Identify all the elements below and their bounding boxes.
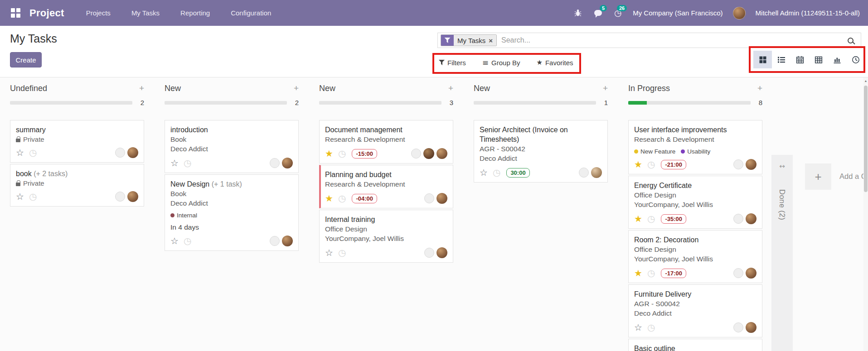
- tab-kanban-view[interactable]: [753, 51, 772, 68]
- tab-activity-view[interactable]: [846, 51, 865, 68]
- assignee-avatar[interactable]: [436, 148, 447, 159]
- collapsed-column-done[interactable]: ↔ Done (2): [771, 155, 793, 351]
- tab-calendar-view[interactable]: [790, 51, 809, 68]
- task-card[interactable]: Senior Architect (Invoice on Timesheets)…: [474, 120, 608, 183]
- priority-star-icon[interactable]: ★: [634, 160, 642, 169]
- task-card[interactable]: Internal training Office DesignYourCompa…: [319, 210, 453, 263]
- user-menu[interactable]: Mitchell Admin (11249511-15-0-all): [756, 9, 860, 17]
- priority-star-icon[interactable]: ★: [325, 194, 333, 203]
- add-column-button[interactable]: +: [805, 163, 831, 190]
- task-card[interactable]: Document management Research & Developme…: [319, 120, 453, 163]
- assignee-placeholder-circle[interactable]: [733, 268, 743, 278]
- assignee-avatar[interactable]: [127, 191, 138, 202]
- column-quick-add-icon[interactable]: +: [139, 84, 144, 92]
- activity-clock-icon[interactable]: ◷: [29, 192, 37, 201]
- create-button[interactable]: Create: [10, 52, 42, 67]
- activity-clock-icon[interactable]: ◷: [647, 323, 655, 332]
- menu-configuration[interactable]: Configuration: [231, 9, 271, 17]
- assignee-avatar[interactable]: [746, 159, 756, 170]
- scroll-up-icon[interactable]: ▲: [863, 77, 868, 84]
- task-card[interactable]: book (+ 2 tasks) Private ☆ ◷: [10, 164, 144, 207]
- column-quick-add-icon[interactable]: +: [294, 84, 299, 92]
- task-card[interactable]: Basic outline Research & Development Exp…: [628, 339, 762, 351]
- assignee-placeholder-circle[interactable]: [115, 192, 125, 202]
- search-icon[interactable]: [848, 38, 853, 43]
- task-card[interactable]: New Design (+ 1 task) BookDeco Addict In…: [165, 174, 299, 251]
- task-card[interactable]: Planning and budget Research & Developme…: [319, 165, 453, 208]
- assignee-avatar[interactable]: [746, 213, 756, 224]
- activity-clock-icon[interactable]: ◷: [338, 149, 346, 158]
- priority-star-icon[interactable]: ☆: [325, 248, 333, 257]
- filters-button[interactable]: Filters: [439, 59, 466, 67]
- column-progress-bar[interactable]: [165, 101, 287, 105]
- tab-pivot-view[interactable]: [809, 51, 828, 68]
- hours-badge[interactable]: -21:00: [661, 160, 686, 169]
- assignee-avatar[interactable]: [282, 236, 293, 246]
- activity-clock-icon[interactable]: ◷: [338, 248, 346, 257]
- priority-star-icon[interactable]: ☆: [16, 148, 24, 157]
- priority-star-icon[interactable]: ☆: [634, 323, 642, 332]
- assignee-placeholder-circle[interactable]: [270, 158, 280, 168]
- assignee-placeholder-circle[interactable]: [424, 248, 434, 258]
- vertical-scrollbar[interactable]: ▲: [863, 77, 868, 351]
- task-card[interactable]: Room 2: Decoration Office DesignYourComp…: [628, 230, 762, 283]
- assignee-avatar[interactable]: [282, 158, 293, 168]
- expand-column-icon[interactable]: ↔: [779, 162, 785, 170]
- menu-projects[interactable]: Projects: [86, 9, 111, 17]
- activity-clock-icon[interactable]: ◷: [493, 168, 500, 177]
- tab-graph-view[interactable]: [828, 51, 846, 68]
- priority-star-icon[interactable]: ★: [634, 269, 642, 278]
- priority-star-icon[interactable]: ☆: [170, 159, 179, 168]
- activity-clock-icon[interactable]: ◷: [184, 159, 191, 168]
- column-progress-bar[interactable]: [319, 101, 441, 105]
- column-quick-add-icon[interactable]: +: [757, 84, 762, 92]
- column-progress-bar[interactable]: [10, 101, 132, 105]
- priority-star-icon[interactable]: ☆: [480, 168, 488, 177]
- task-card[interactable]: Furniture Delivery AGR - S00042Deco Addi…: [628, 284, 762, 337]
- assignee-avatar[interactable]: [746, 268, 756, 279]
- hours-badge[interactable]: 30:00: [506, 168, 529, 178]
- tab-list-view[interactable]: [772, 51, 790, 68]
- priority-star-icon[interactable]: ☆: [16, 192, 24, 201]
- task-card[interactable]: User interface improvements Research & D…: [628, 120, 762, 174]
- activity-clock-icon[interactable]: ◷: [338, 194, 346, 203]
- messages-icon[interactable]: 5: [593, 8, 603, 18]
- assignee-avatar[interactable]: [591, 167, 602, 178]
- assignee-avatar[interactable]: [127, 147, 138, 158]
- assignee-placeholder-circle[interactable]: [270, 236, 280, 246]
- priority-star-icon[interactable]: ★: [325, 149, 333, 158]
- favorites-button[interactable]: ★ Favorites: [536, 58, 573, 67]
- assignee-placeholder-circle[interactable]: [733, 159, 743, 169]
- priority-star-icon[interactable]: ☆: [170, 236, 179, 245]
- priority-star-icon[interactable]: ★: [634, 214, 642, 223]
- activity-clock-icon[interactable]: ◷: [647, 214, 655, 223]
- hours-badge[interactable]: -15:00: [352, 149, 377, 159]
- search-bar[interactable]: My Tasks ×: [437, 33, 861, 48]
- scrollbar-thumb[interactable]: [864, 86, 868, 192]
- task-card[interactable]: summary Private ☆ ◷: [10, 120, 144, 163]
- column-quick-add-icon[interactable]: +: [603, 84, 608, 92]
- assignee-avatar[interactable]: [423, 148, 434, 159]
- group-by-button[interactable]: ≡ Group By: [482, 58, 520, 67]
- activity-clock-icon[interactable]: ◷: [184, 236, 191, 245]
- assignee-placeholder-circle[interactable]: [115, 148, 125, 158]
- assignee-avatar[interactable]: [746, 322, 756, 333]
- activity-clock-icon[interactable]: ◷: [29, 148, 37, 157]
- search-facet[interactable]: My Tasks ×: [441, 34, 497, 46]
- task-card[interactable]: Energy Certificate Office DesignYourComp…: [628, 176, 762, 229]
- task-card[interactable]: introduction BookDeco Addict ☆ ◷: [165, 120, 299, 173]
- assignee-avatar[interactable]: [436, 247, 447, 258]
- column-progress-bar[interactable]: [628, 101, 751, 105]
- hours-badge[interactable]: -35:00: [661, 214, 686, 224]
- company-switcher[interactable]: My Company (San Francisco): [633, 9, 723, 17]
- debug-bug-icon[interactable]: [573, 8, 583, 18]
- assignee-avatar[interactable]: [436, 193, 447, 204]
- assignee-placeholder-circle[interactable]: [579, 168, 589, 178]
- menu-my-tasks[interactable]: My Tasks: [131, 9, 160, 17]
- assignee-placeholder-circle[interactable]: [424, 193, 434, 203]
- hours-badge[interactable]: -17:00: [661, 269, 686, 278]
- facet-remove-icon[interactable]: ×: [489, 37, 493, 44]
- menu-reporting[interactable]: Reporting: [180, 9, 210, 17]
- assignee-placeholder-circle[interactable]: [733, 214, 743, 224]
- user-avatar[interactable]: [733, 7, 746, 19]
